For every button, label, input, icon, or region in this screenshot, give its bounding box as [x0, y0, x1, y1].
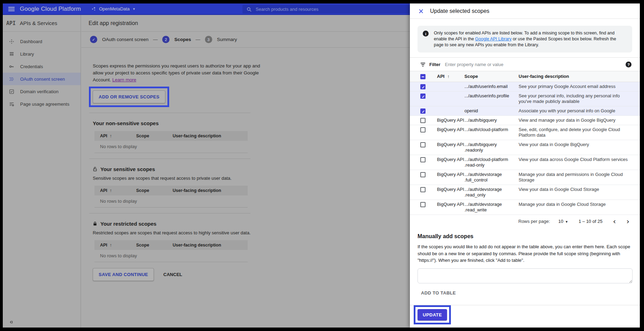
previous-page-icon[interactable]: ‹ — [613, 219, 616, 224]
pagination-range: 1 – 10 of 25 — [579, 219, 603, 224]
section-divider — [89, 113, 250, 113]
sidebar-item-oauth-consent-screen[interactable]: OAuth consent screen — [3, 73, 81, 85]
non-sensitive-scopes-table: API↑ Scope User-facing description No ro… — [94, 131, 248, 153]
hamburger-menu-icon[interactable] — [8, 6, 15, 12]
step-2-circle[interactable]: 2 — [162, 36, 170, 43]
cancel-button[interactable]: CANCEL — [163, 272, 182, 277]
description-cell: See your primary Google Account email ad… — [519, 84, 632, 89]
row-checkbox[interactable] — [420, 84, 426, 89]
row-checkbox[interactable] — [420, 118, 426, 123]
scope-table-row[interactable]: BigQuery API .../auth/devstorage.read_on… — [410, 185, 640, 200]
collapse-sidebar-icon[interactable] — [9, 320, 14, 324]
row-checkbox[interactable] — [420, 187, 426, 192]
learn-more-link[interactable]: Learn more — [112, 77, 136, 82]
row-checkbox[interactable] — [420, 172, 426, 177]
column-header-api[interactable]: API↑ — [100, 134, 136, 138]
sidebar-item-label: Library — [20, 51, 34, 57]
scope-table-row[interactable]: BigQuery API .../auth/cloud-platform See… — [410, 125, 640, 140]
close-icon[interactable]: × — [417, 7, 425, 15]
consent-dots-icon — [9, 76, 14, 82]
description-cell: View your data across Google Cloud Platf… — [519, 157, 632, 162]
restricted-scopes-table: API↑ Scope User-facing description No ro… — [94, 240, 248, 262]
filter-input[interactable] — [445, 62, 560, 67]
google-api-library-link[interactable]: Google API Library — [475, 37, 512, 41]
column-header-description: User-facing description — [173, 134, 248, 138]
description-cell: View your data in Google Cloud Storage — [519, 187, 632, 192]
manual-scopes-textarea[interactable] — [418, 268, 633, 283]
section-title: Your non-sensitive scopes — [93, 120, 159, 126]
section-divider — [89, 213, 250, 213]
row-checkbox[interactable] — [420, 202, 426, 207]
rows-per-page-label: Rows per page: — [518, 219, 550, 224]
step-oauth-consent-screen[interactable]: OAuth consent screen — [102, 37, 149, 42]
sensitive-scopes-table: API↑ Scope User-facing description No ro… — [94, 186, 248, 208]
scope-table-row[interactable]: BigQuery API .../auth/cloud-platform.rea… — [410, 155, 640, 170]
pagination-bar: Rows per page: 10▼ 1 – 10 of 25 ‹ › — [410, 215, 640, 228]
description-cell: See, edit, configure, and delete your Go… — [519, 127, 632, 138]
sidebar-item-credentials[interactable]: Credentials — [3, 60, 81, 73]
save-and-continue-button[interactable]: SAVE AND CONTINUE — [93, 268, 154, 281]
scope-cell: openid — [464, 108, 519, 114]
section-title: Your sensitive scopes — [100, 166, 155, 172]
step-summary: Summary — [217, 37, 237, 42]
scope-table-row[interactable]: BigQuery API .../auth/devstorage.full_co… — [410, 170, 640, 185]
add-or-remove-scopes-button[interactable]: ADD OR REMOVE SCOPES — [93, 90, 165, 103]
step-done-check-icon[interactable]: ✓ — [90, 36, 97, 43]
row-checkbox[interactable] — [420, 94, 426, 99]
key-icon — [9, 64, 14, 69]
row-checkbox[interactable] — [420, 142, 426, 147]
annotation-highlight-box: UPDATE — [414, 305, 451, 324]
scope-table-row[interactable]: .../auth/userinfo.email See your primary… — [410, 82, 640, 91]
non-sensitive-scopes-section: Your non-sensitive scopes API↑ Scope Use… — [93, 120, 410, 153]
scope-cell: .../auth/userinfo.profile — [464, 93, 519, 99]
project-selector[interactable]: OpenMetaData ▼ — [91, 6, 135, 11]
scope-cell: .../auth/devstorage.read_write — [464, 202, 519, 213]
sort-asc-icon: ↑ — [110, 134, 112, 138]
panel-header: × Update selected scopes — [410, 3, 640, 19]
page-size-dropdown[interactable]: 10▼ — [558, 219, 568, 224]
search-bar[interactable] — [242, 5, 410, 14]
row-checkbox[interactable] — [420, 157, 426, 162]
filter-icon — [420, 63, 426, 67]
column-header-scope: Scope — [136, 188, 173, 193]
next-page-icon[interactable]: › — [626, 219, 629, 224]
column-header-api[interactable]: API↑ — [437, 74, 464, 79]
update-button[interactable]: UPDATE — [418, 309, 447, 321]
sort-asc-icon: ↑ — [447, 74, 450, 79]
scope-table-row[interactable]: .../auth/userinfo.profile See your perso… — [410, 91, 640, 106]
api-cell: BigQuery API — [437, 118, 464, 123]
manual-scopes-title: Manually add scopes — [418, 233, 632, 240]
description-cell: View and manage your data in Google BigQ… — [519, 118, 632, 123]
column-header-api[interactable]: API↑ — [100, 188, 136, 193]
main-content: Edit app registration ✓ OAuth consent sc… — [81, 15, 410, 328]
scopes-table: API↑ Scope User-facing description .../a… — [410, 71, 640, 215]
empty-table-message: No rows to display — [94, 250, 248, 262]
sidebar-item-label: Credentials — [20, 64, 43, 69]
scope-table-row[interactable]: openid Associate you with your personal … — [410, 106, 640, 116]
step-3-circle[interactable]: 3 — [205, 36, 212, 43]
row-checkbox[interactable] — [420, 108, 426, 114]
scope-cell: .../auth/bigquery.readonly — [464, 142, 519, 153]
sort-asc-icon: ↑ — [110, 188, 112, 193]
column-header-scope: Scope — [136, 243, 173, 248]
scope-table-row[interactable]: BigQuery API .../auth/bigquery View and … — [410, 116, 640, 125]
update-scopes-panel: × Update selected scopes i Only scopes f… — [410, 3, 640, 328]
section-title: Your restricted scopes — [100, 221, 156, 227]
column-header-description: User-facing description — [173, 243, 248, 248]
sidebar-item-domain-verification[interactable]: Domain verification — [3, 85, 81, 98]
help-icon[interactable]: ? — [626, 62, 631, 67]
sidebar-item-dashboard[interactable]: Dashboard — [3, 35, 81, 48]
scope-table-row[interactable]: BigQuery API .../auth/devstorage.read_wr… — [410, 200, 640, 215]
select-all-checkbox[interactable] — [420, 74, 426, 79]
search-input[interactable] — [256, 7, 388, 12]
sidebar-item-library[interactable]: Library — [3, 48, 81, 60]
gcp-logo[interactable]: Google Cloud Platform — [20, 6, 81, 13]
scope-table-row[interactable]: BigQuery API .../auth/bigquery.readonly … — [410, 140, 640, 155]
sidebar-item-page-usage-agreements[interactable]: Page usage agreements — [3, 98, 81, 110]
empty-table-message: No rows to display — [94, 195, 248, 208]
api-cell: BigQuery API — [437, 172, 464, 177]
column-header-api[interactable]: API↑ — [100, 243, 136, 248]
filter-label: Filter — [429, 62, 440, 67]
add-to-table-button[interactable]: ADD TO TABLE — [421, 290, 456, 296]
row-checkbox[interactable] — [420, 127, 426, 132]
